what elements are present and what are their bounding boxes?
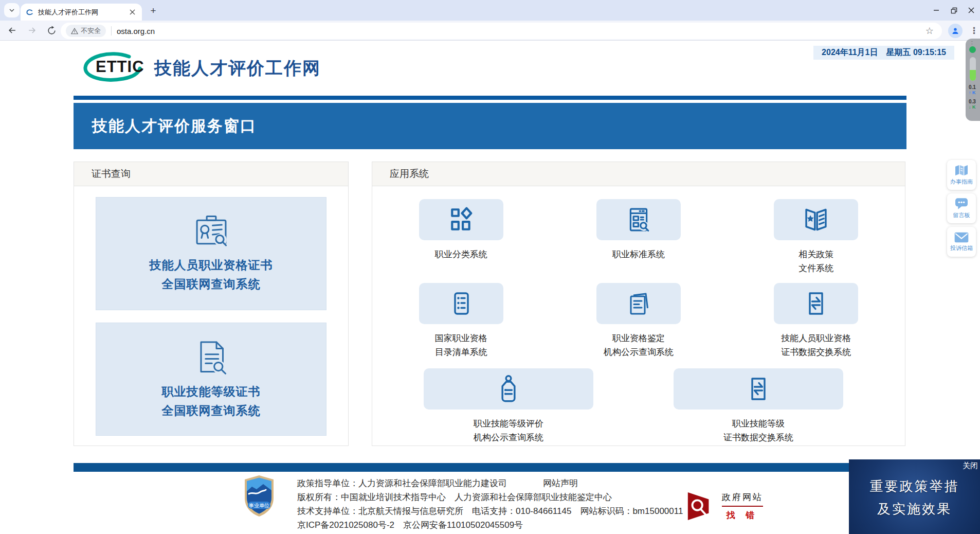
new-tab-button[interactable]: +: [147, 5, 159, 17]
badge-label: 事业单位: [249, 503, 269, 508]
app-label[interactable]: 职业标准系统: [612, 247, 665, 261]
app-occupation-standard: 职业标准系统: [550, 199, 727, 283]
certificate-search-icon: [191, 215, 231, 249]
app-tile[interactable]: [419, 199, 503, 240]
side-tools: 办事指南 留言板 投诉信箱: [947, 160, 976, 257]
footer-copyright: 版权所有：中国就业培训技术指导中心 人力资源和社会保障部职业技能鉴定中心: [297, 490, 612, 504]
app-tile[interactable]: [774, 199, 858, 240]
banner-title: 技能人才评价服务窗口: [74, 103, 906, 149]
security-chip[interactable]: 不安全: [66, 25, 106, 37]
logo-text: ETTIC: [96, 58, 144, 76]
side-tool-label: 办事指南: [950, 178, 973, 186]
app-skill-level-institutions: 职业技能等级评价机构公示查询系统: [424, 368, 593, 447]
app-systems-panel: 应用系统 职业分类: [372, 162, 905, 446]
cert-card-line1: 技能人员职业资格证书: [150, 257, 273, 273]
complaint-mailbox-icon: [954, 232, 969, 243]
restore-button[interactable]: [945, 0, 963, 21]
footer-divider-bar: [74, 463, 849, 472]
tab-title: 技能人才评价工作网: [38, 8, 128, 17]
catalog-list-icon: [449, 291, 474, 316]
network-monitor-widget[interactable]: : 0.1 ↑ K 0.3 ↓ K: [966, 39, 980, 121]
institution-badge[interactable]: 事业单位: [243, 474, 276, 518]
policy-overlay-panel[interactable]: 关闭 重要政策举措 及实施效果: [849, 459, 980, 534]
cert-card-skill-level[interactable]: 职业技能等级证书 全国联网查询系统: [96, 323, 326, 436]
cert-card-line2: 全国联网查询系统: [162, 403, 261, 419]
app-tile[interactable]: [424, 368, 593, 410]
overlay-title-line2: 及实施效果: [849, 497, 980, 520]
cert-query-body: 技能人员职业资格证书 全国联网查询系统 职业技能等级证书 全国联网查询系: [74, 186, 348, 447]
find-error-bottom-label: 找 错: [727, 509, 759, 521]
side-tool-message-board[interactable]: 留言板: [947, 193, 976, 223]
profile-avatar[interactable]: [948, 24, 963, 38]
upload-value: 0.1: [969, 84, 976, 90]
browser-tab[interactable]: 技能人才评价工作网: [21, 4, 142, 21]
site-title: 技能人才评价工作网: [154, 57, 321, 80]
standard-search-icon: [626, 207, 651, 233]
app-label[interactable]: 相关政策文件系统: [798, 247, 833, 275]
site-statement-link[interactable]: 网站声明: [543, 476, 578, 490]
app-label[interactable]: 职业技能等级评价机构公示查询系统: [474, 417, 543, 444]
service-banner: 技能人才评价服务窗口: [74, 103, 906, 149]
cert-card-line1: 职业技能等级证书: [162, 384, 261, 400]
side-tool-complaint-mailbox[interactable]: 投诉信箱: [947, 227, 976, 257]
browser-toolbar: 不安全 osta.org.cn ☆ ⋮: [0, 21, 980, 41]
cert-query-header: 证书查询: [74, 162, 348, 186]
app-tile[interactable]: [774, 283, 858, 324]
cert-card-line2: 全国联网查询系统: [162, 276, 261, 292]
cettic-logo[interactable]: ETTIC: [80, 51, 147, 83]
cert-card-national-qualification[interactable]: 技能人员职业资格证书 全国联网查询系统: [96, 197, 326, 310]
tab-close-icon[interactable]: [128, 8, 137, 17]
chip-separator: [111, 26, 112, 35]
app-label[interactable]: 职业资格鉴定机构公示查询系统: [604, 331, 674, 359]
app-systems-header: 应用系统: [372, 162, 905, 186]
app-label[interactable]: 国家职业资格目录清单系统: [435, 331, 487, 359]
message-board-icon: [954, 198, 969, 210]
chevron-down-icon: [8, 6, 16, 14]
forward-button[interactable]: [25, 23, 39, 38]
download-unit: ↓ K: [969, 104, 976, 110]
app-tile[interactable]: [674, 368, 843, 410]
app-tile[interactable]: [419, 283, 503, 324]
gov-site-find-error[interactable]: 政府网站 找 错: [685, 491, 763, 521]
back-button[interactable]: [5, 23, 20, 38]
close-window-button[interactable]: [963, 0, 980, 21]
app-systems-body: 职业分类系统: [372, 186, 905, 447]
app-policy-files: 相关政策文件系统: [728, 199, 905, 283]
app-tile[interactable]: [596, 283, 681, 324]
widget-handle-dots-icon[interactable]: :: [971, 40, 973, 45]
side-tool-guide[interactable]: 办事指南: [947, 160, 976, 190]
address-bar[interactable]: 不安全 osta.org.cn ☆: [61, 23, 942, 39]
reload-button[interactable]: [44, 23, 59, 38]
app-national-catalog: 国家职业资格目录清单系统: [372, 283, 550, 368]
header-divider-strip: [74, 96, 906, 100]
side-tool-label: 留言板: [953, 211, 970, 219]
tab-search-button[interactable]: [4, 3, 20, 17]
category-icon: [448, 207, 474, 233]
site-favicon: [26, 8, 34, 16]
document-search-icon: [193, 340, 229, 376]
security-label: 不安全: [81, 26, 101, 35]
overlay-close-button[interactable]: 关闭: [963, 461, 978, 471]
app-tile[interactable]: [596, 199, 681, 240]
data-exchange-icon: [804, 291, 828, 316]
footer-policy-unit: 政策指导单位：人力资源和社会保障部职业能力建设司: [297, 476, 507, 490]
minimize-button[interactable]: [928, 0, 945, 21]
browser-menu-icon[interactable]: ⋮: [970, 25, 978, 36]
app-qualification-data-exchange: 技能人员职业资格证书数据交换系统: [728, 283, 905, 368]
download-value: 0.3: [969, 99, 976, 104]
app-label[interactable]: 职业技能等级证书数据交换系统: [723, 417, 793, 444]
app-label[interactable]: 职业分类系统: [435, 247, 487, 261]
window-controls: [928, 0, 980, 21]
url-text[interactable]: osta.org.cn: [117, 27, 925, 35]
bookmark-star-icon[interactable]: ☆: [925, 25, 934, 37]
upload-unit: ↑ K: [969, 90, 976, 95]
datetime-badge: 2024年11月1日 星期五 09:15:15: [813, 46, 954, 60]
overlay-title-line1: 重要政策举措: [849, 475, 980, 497]
policy-files-icon: [803, 206, 829, 233]
warning-triangle-icon: [71, 28, 78, 34]
footer-icp-record: 京ICP备2021025080号-2 京公网安备11010502045509号: [297, 518, 523, 532]
footer-text-block: 政策指导单位：人力资源和社会保障部职业能力建设司 网站声明 版权所有：中国就业培…: [297, 476, 683, 532]
footer-tech-support: 技术支持单位：北京航天情报与信息研究所 电话支持：010-84661145 网站…: [297, 504, 683, 518]
app-label[interactable]: 技能人员职业资格证书数据交换系统: [781, 331, 851, 359]
side-tool-label: 投诉信箱: [950, 244, 973, 252]
